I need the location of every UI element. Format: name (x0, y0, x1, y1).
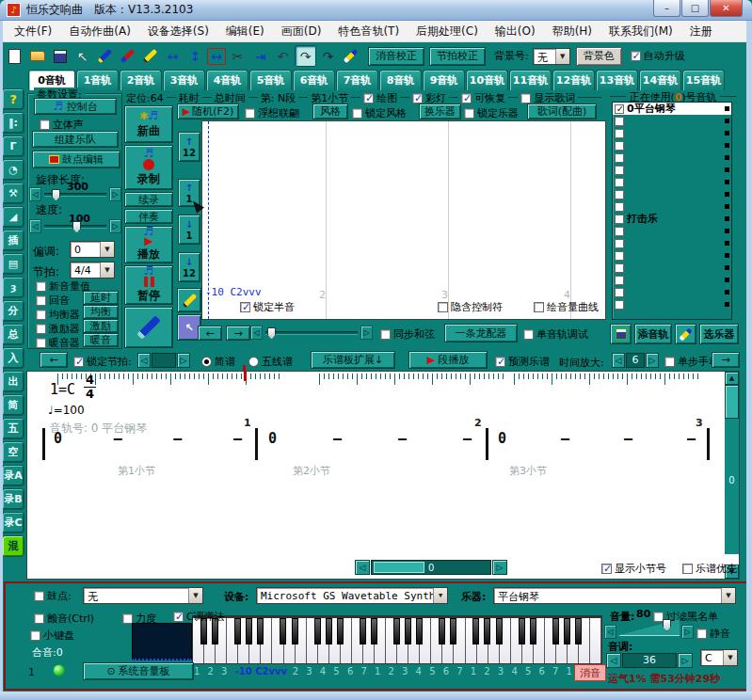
lyrics-button[interactable]: 歌词(配曲) (527, 103, 597, 119)
instrument-row-13[interactable] (613, 262, 731, 274)
nav-right-button[interactable]: → (226, 326, 250, 341)
copy-icon[interactable]: ▤ (2, 253, 24, 275)
chevron-down-icon[interactable]: ▼ (100, 262, 114, 278)
in-button[interactable]: 入 (2, 347, 24, 369)
instrument-row-11[interactable] (613, 237, 731, 249)
piano-white-key[interactable] (590, 618, 601, 663)
delay-button[interactable]: 延时 (83, 291, 119, 305)
slider-right-arrow-icon[interactable]: ▷ (109, 219, 121, 233)
note-canvas[interactable]: 2 3 4 -10 C2vvv 锁定半音 隐含控制符 绘音量曲线 (201, 120, 606, 320)
piano-black-key[interactable] (393, 618, 400, 644)
total-button[interactable]: 总 (2, 324, 24, 345)
background-color-button[interactable]: 背景色 (576, 47, 622, 66)
piano-black-key[interactable] (439, 618, 445, 644)
hidden-controls-checkbox[interactable]: 隐含控制符 (438, 300, 503, 314)
recoverable-checkbox[interactable]: 可恢复 (458, 91, 508, 105)
show-bar-numbers-checkbox[interactable]: 显示小节号 (601, 562, 666, 576)
hscroll-left-icon[interactable]: ◁ (355, 560, 370, 575)
instrument-row-checkbox[interactable] (615, 263, 624, 273)
piano-black-key[interactable] (552, 618, 559, 644)
score-board-expand-button[interactable]: 乐谱板扩展↓ (311, 351, 395, 369)
choose-instrument-button[interactable]: 选乐器 (699, 324, 739, 344)
pitch-spin-right-icon[interactable]: ▷ (678, 653, 693, 668)
eq-button[interactable]: 均衡 (83, 305, 119, 319)
brush-icon[interactable] (340, 45, 361, 67)
instrument-row-10[interactable] (613, 225, 731, 237)
key-select[interactable]: C▼ (700, 649, 738, 666)
split-button[interactable]: 分 (2, 300, 24, 322)
instrument-row-checkbox[interactable] (615, 276, 624, 285)
instrument-row-checkbox[interactable] (615, 104, 624, 114)
tab-2音轨[interactable]: 2音轨 (120, 70, 162, 90)
vscroll-up-icon[interactable]: ▲ (725, 372, 739, 385)
slider-thumb[interactable] (72, 221, 81, 233)
score-first-checkbox[interactable]: 乐谱优先 (682, 562, 737, 576)
hscroll-track[interactable]: 0 (371, 560, 491, 575)
piano-black-key[interactable] (564, 618, 570, 644)
tab-6音轨[interactable]: 6音轨 (293, 70, 335, 90)
tab-9音轨[interactable]: 9音轨 (423, 70, 465, 90)
volume-down-icon[interactable]: ◁ (604, 625, 616, 639)
tab-8音轨[interactable]: 8音轨 (379, 70, 422, 90)
pitch-spin-left-icon[interactable]: ◁ (606, 653, 621, 668)
build-band-button[interactable]: 组建乐队 (32, 131, 119, 148)
continue-record-button[interactable]: 续录 (124, 192, 173, 207)
tab-12音轨[interactable]: 12音轨 (552, 70, 595, 90)
drum-checkbox[interactable]: 鼓点: (34, 589, 72, 603)
instrument-row-0[interactable]: 0平台钢琴 (613, 103, 731, 115)
octave-down-12-button[interactable]: ↓12 (178, 252, 200, 282)
record-button[interactable]: ♬录制 (124, 145, 173, 190)
piano-black-key[interactable] (472, 618, 479, 644)
redo-icon[interactable]: ↷ (295, 45, 316, 67)
instrument-select[interactable]: 平台钢琴▼ (493, 587, 736, 604)
single-track-debug-checkbox[interactable]: 单音轨调试 (523, 327, 588, 342)
slider-right-arrow-icon[interactable]: ▷ (109, 187, 121, 201)
piano-black-key[interactable] (530, 618, 536, 644)
instrument-row-12[interactable] (613, 249, 731, 262)
pause-button[interactable]: ♬暂停 (124, 265, 173, 305)
volume-curve-checkbox[interactable]: 绘音量曲线 (534, 300, 599, 314)
equalizer-checkbox[interactable]: 均衡器 (36, 308, 80, 322)
instrument-row-checkbox[interactable] (615, 129, 624, 138)
c-key-play-checkbox[interactable]: C调弹法 (173, 610, 225, 624)
menu-item-联系我们(M)[interactable]: 联系我们(M) (600, 21, 681, 42)
instrument-row-checkbox[interactable] (615, 227, 624, 236)
hscroll-thumb[interactable] (374, 562, 424, 573)
piano-black-key[interactable] (257, 618, 264, 644)
draw-pen-button[interactable] (124, 307, 173, 348)
fancy-checkbox[interactable]: 浮想联翩 (245, 106, 299, 120)
ramp-icon[interactable]: ◢ (2, 206, 24, 228)
instrument-row-checkbox[interactable] (615, 166, 624, 175)
instrument-row-14[interactable] (613, 274, 731, 286)
drum-edit-button[interactable]: 鼓点编辑 (32, 151, 120, 168)
cursor-tool-icon[interactable]: ↖ (72, 45, 93, 67)
instrument-row-checkbox[interactable] (615, 117, 624, 126)
exciter-checkbox[interactable]: 激励器 (36, 322, 80, 336)
prev-button[interactable]: ← (40, 352, 68, 368)
menu-item-后期处理(C)[interactable]: 后期处理(C) (408, 21, 487, 42)
next-button[interactable]: → (712, 352, 740, 368)
repeat-icon[interactable]: ‖: (2, 112, 24, 134)
volume-up-icon[interactable]: ▷ (681, 625, 694, 639)
insert-button[interactable]: 插 (2, 230, 24, 251)
piano-black-key[interactable] (450, 618, 456, 644)
predict-score-checkbox[interactable]: 预测乐谱 (495, 355, 550, 369)
vibrato-checkbox[interactable]: 颤音(Ctrl) (34, 612, 94, 626)
device-select[interactable]: Microsoft GS Wavetable Synth▼ (256, 587, 448, 604)
save-icon[interactable] (49, 45, 71, 67)
score-area[interactable]: 1=C 44 ♩=100 音轨号: 0 平台钢琴 0——— 0——— 0——— … (26, 371, 740, 580)
instrument-row-5[interactable] (613, 164, 731, 176)
warmer-checkbox[interactable]: 暖音器 (36, 336, 80, 350)
chevron-down-icon[interactable]: ▼ (723, 650, 737, 665)
piano-black-key[interactable] (280, 618, 286, 644)
minimize-button[interactable]: – (653, 0, 680, 17)
help-icon[interactable]: ? (2, 88, 24, 110)
stereo-checkbox[interactable]: 立体声 (40, 118, 84, 132)
chevron-down-icon[interactable]: ▼ (433, 588, 447, 603)
tab-14音轨[interactable]: 14音轨 (639, 70, 681, 90)
lock-instrument-checkbox[interactable]: 锁定乐器 (464, 106, 519, 120)
zoom-spin-right-icon[interactable]: ▷ (646, 353, 659, 368)
menu-item-文件(F)[interactable]: 文件(F) (6, 21, 60, 42)
rec-b-button[interactable]: 录B (2, 488, 24, 510)
menu-item-特色音轨(T)[interactable]: 特色音轨(T) (329, 21, 408, 42)
